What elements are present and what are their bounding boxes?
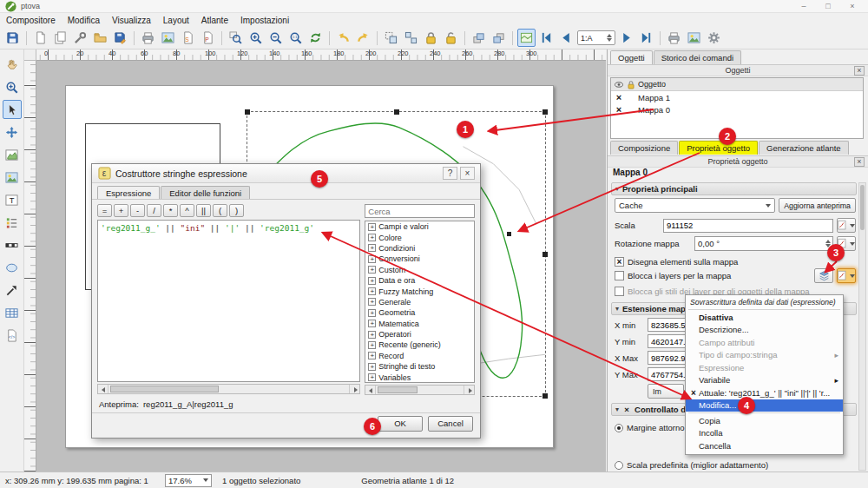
maximize-button[interactable]: □ — [816, 1, 840, 12]
expand-icon[interactable] — [368, 277, 376, 285]
visibility-checkbox[interactable]: × — [614, 93, 624, 102]
raise-items-icon[interactable] — [470, 29, 488, 47]
spinner-arrows-icon[interactable] — [607, 34, 612, 42]
ok-button[interactable]: OK — [378, 416, 423, 432]
operator-button[interactable]: - — [130, 204, 145, 217]
operator-button[interactable]: / — [147, 204, 161, 217]
selection-handle[interactable] — [542, 393, 548, 399]
object-row[interactable]: × Mappa 1 — [611, 91, 863, 103]
tab-espressione[interactable]: Espressione — [97, 186, 160, 199]
operator-button[interactable]: || — [196, 204, 211, 217]
expression-editor[interactable]: 'reg2011_g_' || "ini" || '|' || 'reg2011… — [97, 220, 360, 382]
function-group-item[interactable]: Stringhe di testo — [365, 361, 474, 372]
move-item-content-icon[interactable] — [3, 122, 22, 142]
zoom-in-icon[interactable] — [247, 29, 265, 47]
add-legend-icon[interactable] — [3, 213, 22, 232]
panel-scrollbar[interactable] — [858, 182, 866, 471]
zoom-tool-icon[interactable] — [3, 77, 22, 96]
function-group-item[interactable]: Variables — [365, 372, 474, 382]
dialog-close-button[interactable]: × — [460, 167, 475, 180]
horizontal-scrollbar[interactable] — [365, 385, 475, 395]
group-items-icon[interactable] — [382, 29, 400, 47]
expand-icon[interactable] — [368, 255, 376, 263]
operator-button[interactable]: * — [163, 204, 178, 217]
expand-icon[interactable] — [368, 352, 376, 359]
pan-icon[interactable] — [3, 55, 22, 74]
zoom-level-combo[interactable]: 17.6% — [165, 474, 212, 487]
radio-button[interactable] — [615, 424, 623, 432]
function-group-item[interactable]: Generale — [365, 297, 474, 307]
expand-icon[interactable] — [368, 363, 376, 371]
operator-button[interactable]: + — [114, 204, 128, 217]
zoom-actual-icon[interactable]: 1:1 — [286, 29, 305, 47]
scroll-right-icon[interactable] — [349, 385, 359, 393]
print-icon[interactable] — [139, 29, 157, 47]
add-image-icon[interactable] — [3, 168, 22, 187]
scale-input[interactable] — [663, 219, 833, 233]
atlas-previous-icon[interactable] — [557, 29, 575, 47]
refresh-view-icon[interactable] — [306, 29, 325, 47]
operator-button[interactable]: ) — [229, 204, 244, 217]
menu-item[interactable]: Atlante — [195, 15, 234, 26]
expand-icon[interactable] — [368, 266, 376, 274]
checkbox[interactable] — [615, 271, 624, 280]
atlas-preview-icon[interactable] — [517, 29, 536, 47]
update-preview-button[interactable]: Aggiorna anteprima — [779, 198, 856, 213]
draw-items-checkbox-row[interactable]: × Disegna elementi sulla mappa — [615, 254, 856, 269]
context-menu-item[interactable]: Modifica... — [686, 399, 843, 412]
composition-manager-icon[interactable] — [71, 29, 89, 47]
add-html-icon[interactable]: </> — [3, 326, 22, 345]
tab-editor-funzioni[interactable]: Editor delle funzioni — [161, 186, 250, 199]
add-attribute-table-icon[interactable] — [3, 303, 22, 322]
zoom-out-icon[interactable] — [266, 29, 285, 47]
minimize-button[interactable]: – — [792, 1, 816, 12]
save-as-template-icon[interactable] — [111, 29, 129, 47]
expand-icon[interactable] — [368, 320, 376, 327]
operator-button[interactable]: = — [97, 204, 112, 217]
lower-items-icon[interactable] — [490, 29, 508, 47]
context-menu-item[interactable]: Variabile — [686, 374, 843, 387]
function-group-item[interactable]: Colore — [365, 232, 474, 242]
export-pdf-icon[interactable]: P — [199, 29, 217, 47]
data-defined-override-button[interactable] — [837, 268, 856, 283]
select-move-item-icon[interactable] — [3, 100, 22, 119]
expand-icon[interactable] — [368, 234, 376, 241]
function-group-item[interactable]: Campi e valori — [365, 221, 474, 232]
close-icon[interactable]: × — [854, 66, 865, 76]
function-group-item[interactable]: Recente (generic) — [365, 340, 474, 350]
duplicate-composition-icon[interactable] — [51, 29, 69, 47]
scrollbar-thumb[interactable] — [110, 386, 219, 392]
search-input[interactable] — [365, 204, 475, 218]
lock-layers-checkbox-row[interactable]: Blocca i layers per la mappa — [615, 268, 856, 283]
context-menu-item[interactable]: Tipo di campo:stringa — [686, 349, 843, 362]
load-template-icon[interactable] — [91, 29, 109, 47]
expand-icon[interactable] — [368, 287, 376, 295]
help-button[interactable]: ? — [443, 167, 457, 180]
predefined-scale-radio-row[interactable]: Scala predefinita (miglior adattamento) — [615, 458, 856, 472]
menu-item[interactable]: Layout — [157, 15, 195, 26]
new-composition-icon[interactable] — [31, 29, 49, 47]
expand-icon[interactable] — [368, 373, 376, 381]
atlas-feature-combo[interactable]: 1:A — [577, 30, 615, 45]
add-map-icon[interactable] — [3, 145, 22, 164]
section-proprieta-principali[interactable]: Proprietà principali — [611, 182, 857, 195]
tab-oggetti[interactable]: Oggetti — [610, 50, 653, 64]
radio-button[interactable] — [615, 461, 623, 470]
scroll-left-icon[interactable] — [365, 386, 376, 394]
selection-handle[interactable] — [542, 252, 548, 257]
expand-icon[interactable] — [368, 341, 376, 349]
visibility-checkbox[interactable]: × — [614, 105, 624, 115]
scrollbar-thumb[interactable] — [860, 185, 865, 230]
checkbox[interactable] — [615, 287, 624, 296]
data-defined-button[interactable] — [837, 218, 856, 233]
context-menu-item[interactable]: Descrizione... — [686, 324, 843, 337]
tab-proprieta-oggetto[interactable]: Proprietà oggetto — [679, 141, 758, 155]
set-extent-button[interactable]: Im — [648, 384, 684, 399]
redo-icon[interactable] — [354, 29, 372, 47]
ungroup-items-icon[interactable] — [402, 29, 420, 47]
function-group-item[interactable]: Conversioni — [365, 254, 474, 264]
layers-button[interactable] — [814, 268, 833, 283]
context-menu-item[interactable]: Disattiva — [686, 311, 843, 324]
context-menu-item[interactable]: Cancella — [686, 439, 843, 452]
expand-icon[interactable] — [368, 244, 376, 252]
